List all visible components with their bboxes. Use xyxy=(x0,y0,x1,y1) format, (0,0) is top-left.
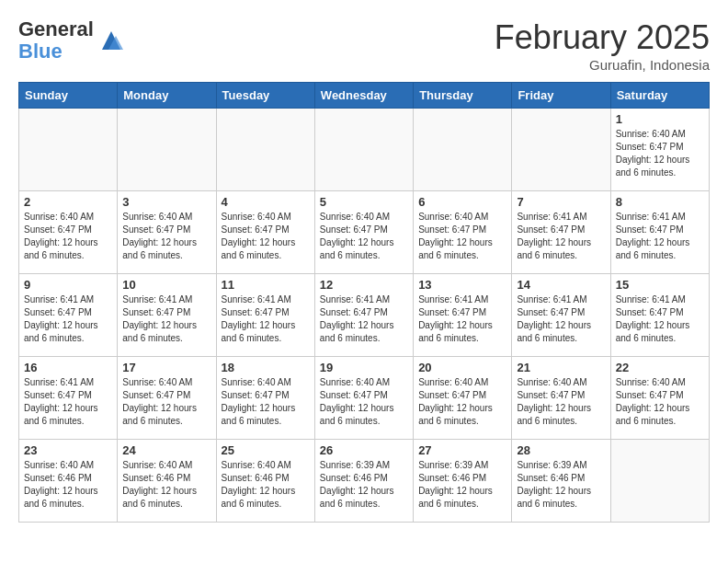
calendar-cell: 10Sunrise: 6:41 AM Sunset: 6:47 PM Dayli… xyxy=(118,274,216,357)
weekday-header-wednesday: Wednesday xyxy=(314,83,413,109)
day-number: 13 xyxy=(418,278,506,292)
day-info: Sunrise: 6:40 AM Sunset: 6:46 PM Dayligh… xyxy=(24,459,112,511)
calendar-cell: 1Sunrise: 6:40 AM Sunset: 6:47 PM Daylig… xyxy=(610,109,709,191)
day-number: 6 xyxy=(418,195,506,209)
calendar-cell: 7Sunrise: 6:41 AM Sunset: 6:47 PM Daylig… xyxy=(512,191,610,274)
calendar-cell: 23Sunrise: 6:40 AM Sunset: 6:46 PM Dayli… xyxy=(19,440,118,523)
day-number: 18 xyxy=(222,361,310,374)
day-number: 1 xyxy=(616,112,704,126)
day-info: Sunrise: 6:41 AM Sunset: 6:47 PM Dayligh… xyxy=(616,293,704,345)
day-number: 5 xyxy=(320,195,408,209)
calendar-title: February 2025 xyxy=(495,18,710,57)
day-info: Sunrise: 6:41 AM Sunset: 6:47 PM Dayligh… xyxy=(616,211,704,262)
weekday-header-sunday: Sunday xyxy=(19,83,118,109)
day-info: Sunrise: 6:40 AM Sunset: 6:47 PM Dayligh… xyxy=(418,211,506,262)
calendar-cell: 3Sunrise: 6:40 AM Sunset: 6:47 PM Daylig… xyxy=(118,191,216,274)
calendar-cell: 19Sunrise: 6:40 AM Sunset: 6:47 PM Dayli… xyxy=(314,357,413,440)
week-row-2: 9Sunrise: 6:41 AM Sunset: 6:47 PM Daylig… xyxy=(19,274,710,357)
weekday-header-monday: Monday xyxy=(118,83,216,109)
calendar-cell: 14Sunrise: 6:41 AM Sunset: 6:47 PM Dayli… xyxy=(512,274,610,357)
day-info: Sunrise: 6:40 AM Sunset: 6:47 PM Dayligh… xyxy=(122,376,210,428)
day-number: 27 xyxy=(418,443,506,457)
day-number: 24 xyxy=(122,443,210,457)
week-row-3: 16Sunrise: 6:41 AM Sunset: 6:47 PM Dayli… xyxy=(19,357,710,440)
day-info: Sunrise: 6:41 AM Sunset: 6:47 PM Dayligh… xyxy=(320,293,408,345)
day-info: Sunrise: 6:40 AM Sunset: 6:47 PM Dayligh… xyxy=(616,128,704,179)
calendar-cell: 24Sunrise: 6:40 AM Sunset: 6:46 PM Dayli… xyxy=(118,440,216,523)
day-info: Sunrise: 6:39 AM Sunset: 6:46 PM Dayligh… xyxy=(517,459,605,511)
day-number: 9 xyxy=(24,278,112,292)
calendar-cell: 21Sunrise: 6:40 AM Sunset: 6:47 PM Dayli… xyxy=(512,357,610,440)
calendar-cell: 6Sunrise: 6:40 AM Sunset: 6:47 PM Daylig… xyxy=(414,191,512,274)
day-info: Sunrise: 6:41 AM Sunset: 6:47 PM Dayligh… xyxy=(418,293,506,345)
day-number: 4 xyxy=(222,195,310,209)
calendar-subtitle: Guruafin, Indonesia xyxy=(495,57,710,73)
calendar-cell: 2Sunrise: 6:40 AM Sunset: 6:47 PM Daylig… xyxy=(19,191,118,274)
calendar-cell: 12Sunrise: 6:41 AM Sunset: 6:47 PM Dayli… xyxy=(314,274,413,357)
calendar-cell: 27Sunrise: 6:39 AM Sunset: 6:46 PM Dayli… xyxy=(414,440,512,523)
day-info: Sunrise: 6:39 AM Sunset: 6:46 PM Dayligh… xyxy=(418,459,506,511)
weekday-header-saturday: Saturday xyxy=(610,83,709,109)
calendar-cell: 16Sunrise: 6:41 AM Sunset: 6:47 PM Dayli… xyxy=(19,357,118,440)
calendar-cell: 13Sunrise: 6:41 AM Sunset: 6:47 PM Dayli… xyxy=(414,274,512,357)
day-number: 28 xyxy=(517,443,605,457)
day-info: Sunrise: 6:40 AM Sunset: 6:46 PM Dayligh… xyxy=(222,459,310,511)
day-number: 3 xyxy=(122,195,210,209)
calendar-cell xyxy=(512,109,610,191)
day-info: Sunrise: 6:40 AM Sunset: 6:47 PM Dayligh… xyxy=(122,211,210,262)
logo-general: General xyxy=(18,18,94,40)
calendar-cell: 5Sunrise: 6:40 AM Sunset: 6:47 PM Daylig… xyxy=(314,191,413,274)
weekday-header-tuesday: Tuesday xyxy=(216,83,314,109)
day-number: 16 xyxy=(24,361,112,374)
title-block: February 2025 Guruafin, Indonesia xyxy=(495,18,710,73)
day-number: 19 xyxy=(320,361,408,374)
day-number: 2 xyxy=(24,195,112,209)
week-row-4: 23Sunrise: 6:40 AM Sunset: 6:46 PM Dayli… xyxy=(19,440,710,523)
page-container: General Blue February 2025 Guruafin, Ind… xyxy=(18,18,710,523)
weekday-header-friday: Friday xyxy=(512,83,610,109)
logo-blue: Blue xyxy=(18,40,94,63)
day-number: 14 xyxy=(517,278,605,292)
calendar-cell xyxy=(610,440,709,523)
day-info: Sunrise: 6:41 AM Sunset: 6:47 PM Dayligh… xyxy=(517,211,605,262)
day-number: 8 xyxy=(616,195,704,209)
day-number: 17 xyxy=(122,361,210,374)
day-number: 11 xyxy=(222,278,310,292)
calendar-cell: 15Sunrise: 6:41 AM Sunset: 6:47 PM Dayli… xyxy=(610,274,709,357)
day-number: 15 xyxy=(616,278,704,292)
day-info: Sunrise: 6:40 AM Sunset: 6:47 PM Dayligh… xyxy=(320,211,408,262)
calendar-cell xyxy=(216,109,314,191)
day-info: Sunrise: 6:41 AM Sunset: 6:47 PM Dayligh… xyxy=(24,293,112,345)
weekday-header-row: SundayMondayTuesdayWednesdayThursdayFrid… xyxy=(19,83,710,109)
day-info: Sunrise: 6:40 AM Sunset: 6:47 PM Dayligh… xyxy=(517,376,605,428)
calendar-cell: 28Sunrise: 6:39 AM Sunset: 6:46 PM Dayli… xyxy=(512,440,610,523)
day-info: Sunrise: 6:39 AM Sunset: 6:46 PM Dayligh… xyxy=(320,459,408,511)
day-number: 7 xyxy=(517,195,605,209)
day-info: Sunrise: 6:41 AM Sunset: 6:47 PM Dayligh… xyxy=(222,293,310,345)
day-number: 26 xyxy=(320,443,408,457)
day-info: Sunrise: 6:40 AM Sunset: 6:47 PM Dayligh… xyxy=(24,211,112,262)
day-info: Sunrise: 6:40 AM Sunset: 6:47 PM Dayligh… xyxy=(222,376,310,428)
day-info: Sunrise: 6:41 AM Sunset: 6:47 PM Dayligh… xyxy=(517,293,605,345)
day-number: 23 xyxy=(24,443,112,457)
day-info: Sunrise: 6:40 AM Sunset: 6:47 PM Dayligh… xyxy=(418,376,506,428)
day-info: Sunrise: 6:41 AM Sunset: 6:47 PM Dayligh… xyxy=(122,293,210,345)
day-number: 21 xyxy=(517,361,605,374)
day-number: 22 xyxy=(616,361,704,374)
calendar-cell: 17Sunrise: 6:40 AM Sunset: 6:47 PM Dayli… xyxy=(118,357,216,440)
calendar-cell: 25Sunrise: 6:40 AM Sunset: 6:46 PM Dayli… xyxy=(216,440,314,523)
calendar-cell: 4Sunrise: 6:40 AM Sunset: 6:47 PM Daylig… xyxy=(216,191,314,274)
calendar-cell: 11Sunrise: 6:41 AM Sunset: 6:47 PM Dayli… xyxy=(216,274,314,357)
calendar-cell xyxy=(118,109,216,191)
day-number: 10 xyxy=(122,278,210,292)
day-number: 20 xyxy=(418,361,506,374)
calendar-cell: 26Sunrise: 6:39 AM Sunset: 6:46 PM Dayli… xyxy=(314,440,413,523)
calendar-cell xyxy=(19,109,118,191)
week-row-0: 1Sunrise: 6:40 AM Sunset: 6:47 PM Daylig… xyxy=(19,109,710,191)
logo: General Blue xyxy=(18,18,125,63)
weekday-header-thursday: Thursday xyxy=(414,83,512,109)
calendar-cell: 9Sunrise: 6:41 AM Sunset: 6:47 PM Daylig… xyxy=(19,274,118,357)
calendar-cell xyxy=(314,109,413,191)
header-section: General Blue February 2025 Guruafin, Ind… xyxy=(18,18,710,73)
day-info: Sunrise: 6:40 AM Sunset: 6:47 PM Dayligh… xyxy=(222,211,310,262)
